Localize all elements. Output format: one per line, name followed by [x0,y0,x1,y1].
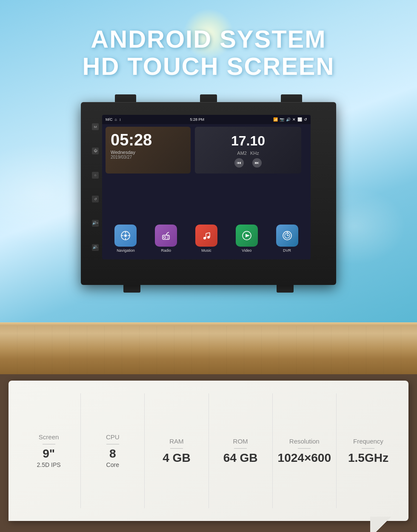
app-dvr[interactable]: DVR [276,225,298,253]
spec-value-4: 1024×600 [278,452,331,464]
spec-item-4: Resolution 1024×600 [273,393,337,508]
status-camera-icon: 📷 [280,117,284,122]
spec-divider-5 [362,448,374,449]
svg-point-14 [207,236,210,239]
spec-label-2: RAM [169,438,183,445]
spec-value-3: 64 GB [223,452,258,464]
status-left: M/C ⌂ ↕ [106,117,121,122]
status-right: 📶 📷 🔊 ✕ ⬜ ↺ [273,117,307,122]
spec-label-1: CPU [106,433,120,441]
status-volume-icon: 🔊 [286,117,291,122]
spec-item-3: ROM 64 GB [209,393,273,508]
specs-card: Screen 9" 2.5D IPS CPU 8 Core RAM 4 GB R… [9,381,408,521]
bracket-bottom-left [123,284,140,293]
app-radio[interactable]: Radio [155,225,177,253]
radio-frequency: 17.10 [231,133,265,149]
clock-day: Wednesday [111,150,186,155]
status-mic: M/C [106,117,113,122]
spec-divider-2 [170,448,183,449]
radio-bezel: M ⏻ ⌂ ↺ 🔊+ 🔊- M/C ⌂ ↕ 5:28 PM 📶 📷 🔊 [81,102,336,285]
spec-label-4: Resolution [289,438,320,445]
radio-band-name: AM2 [237,151,247,156]
bracket-top-center [200,94,217,103]
bracket-top-right [281,94,302,103]
music-label: Music [201,248,211,253]
app-navigation[interactable]: Navigation [114,225,137,253]
dvr-label: DVR [283,248,291,253]
radio-next-btn[interactable]: ⏭ [252,158,262,168]
status-back-icon: ↺ [304,117,307,122]
side-btn-vol-down[interactable]: 🔊- [92,244,99,251]
spec-divider-0 [43,444,55,445]
radio-controls: ⏮ ⏭ [234,158,262,168]
spec-value-1: 8 [109,448,116,460]
spec-item-0: Screen 9" 2.5D IPS [17,393,81,508]
spec-label-0: Screen [39,433,59,441]
spec-label-5: Frequency [353,438,383,445]
svg-line-17 [206,233,210,233]
spec-divider-1 [106,444,119,445]
svg-point-7 [164,236,166,239]
radio-widget: 17.10 AM2 KHz ⏮ ⏭ [195,127,301,174]
svg-point-13 [203,237,206,239]
spec-value-5: 1.5GHz [348,452,388,464]
spec-label-3: ROM [233,438,248,445]
status-home-icon: ⌂ [115,117,117,122]
status-bar: M/C ⌂ ↕ 5:28 PM 📶 📷 🔊 ✕ ⬜ ↺ [102,115,311,124]
bracket-bottom-right [277,284,294,293]
video-label: Video [242,248,251,253]
side-btn-vol-up[interactable]: 🔊+ [92,220,99,227]
spec-item-1: CPU 8 Core [81,393,145,508]
radio-label: Radio [161,248,171,253]
clock-time: 05:28 [111,132,186,148]
side-btn-power[interactable]: ⏻ [92,148,99,154]
status-arrow-icon: ↕ [119,117,121,122]
spec-item-2: RAM 4 GB [145,393,208,508]
headline-line1: ANDROID SYSTEM [0,26,417,53]
bracket-top-left [115,94,136,103]
spec-sub-1: Core [106,461,119,468]
spec-value-2: 4 GB [163,452,190,464]
side-btn-mic[interactable]: M [92,123,99,130]
side-btn-home[interactable]: ⌂ [92,172,99,179]
side-controls: M ⏻ ⌂ ↺ 🔊+ 🔊- [89,115,101,259]
apps-area: Navigation Radio [106,225,307,253]
dvr-icon [276,225,298,247]
video-icon [236,225,258,247]
headline-line2: HD TOUCH SCREEN [0,53,417,80]
wood-grain [0,323,417,374]
wood-top-edge [0,322,417,326]
status-time: 5:28 PM [190,117,204,122]
specs-inner: Screen 9" 2.5D IPS CPU 8 Core RAM 4 GB R… [9,381,408,521]
svg-point-1 [124,234,127,237]
svg-line-12 [167,232,169,233]
radio-band-info: AM2 KHz [237,151,259,156]
app-video[interactable]: Video [236,225,258,253]
clock-date: 2019/03/27 [111,155,186,159]
spec-item-5: Frequency 1.5GHz [337,393,400,508]
radio-unit: KHz [250,151,259,156]
side-btn-back[interactable]: ↺ [92,196,99,202]
clock-widget: 05:28 Wednesday 2019/03/27 [106,127,191,174]
navigation-icon [114,225,137,247]
car-radio-unit: M ⏻ ⌂ ↺ 🔊+ 🔊- M/C ⌂ ↕ 5:28 PM 📶 📷 🔊 [81,102,336,285]
spec-value-0: 9" [43,448,55,460]
status-wifi-icon: 📶 [273,117,278,122]
radio-icon [155,225,177,247]
radio-prev-btn[interactable]: ⏮ [234,158,244,168]
headline-container: ANDROID SYSTEM HD TOUCH SCREEN [0,26,417,80]
svg-marker-19 [246,234,250,237]
music-icon [195,225,217,247]
spec-divider-3 [234,448,247,449]
status-close-icon: ✕ [292,117,296,122]
spec-sub-0: 2.5D IPS [37,461,61,468]
touchscreen[interactable]: M/C ⌂ ↕ 5:28 PM 📶 📷 🔊 ✕ ⬜ ↺ 05:28 Wednes… [102,115,311,259]
status-window-icon: ⬜ [297,117,302,122]
spec-divider-4 [298,448,311,449]
app-music[interactable]: Music [195,225,217,253]
navigation-label: Navigation [117,248,135,253]
